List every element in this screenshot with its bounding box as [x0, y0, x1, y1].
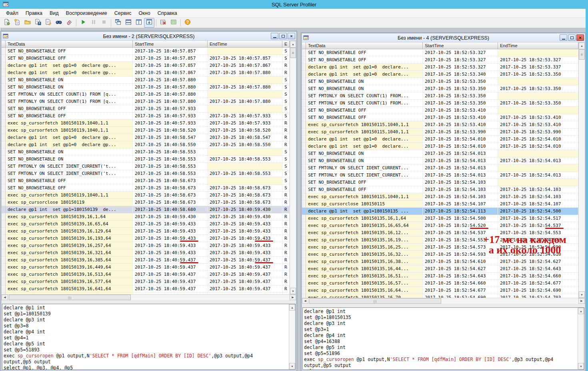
- properties-button[interactable]: [43, 18, 54, 28]
- trace-row[interactable]: SET NO_BROWSETABLE ON2017-10-25 18:52:54…: [302, 150, 578, 157]
- tile-vertical-button[interactable]: [134, 18, 144, 28]
- trace-row[interactable]: SET NO_BROWSETABLE OFF2017-10-25 18:52:5…: [302, 56, 578, 64]
- trace-row[interactable]: SET FMTONLY ON SELECT COUNT(1) FROM [q..…: [2, 91, 290, 98]
- maximize-button[interactable]: [279, 33, 287, 39]
- trace-row[interactable]: SET NO_BROWSETABLE OFF2017-10-25 18:40:5…: [2, 105, 290, 112]
- horizontal-scrollbar[interactable]: ◀ ||| ▶: [2, 294, 296, 300]
- tile-horizontal-button[interactable]: [123, 18, 134, 28]
- trace-row[interactable]: exec sp_cursorfetch 180150135,16,70...20…: [302, 294, 578, 298]
- trace-row[interactable]: SET NO_BROWSETABLE ON2017-10-25 18:40:58…: [2, 148, 290, 156]
- scroll-right-icon[interactable]: ▶: [290, 295, 296, 300]
- hscroll-thumb[interactable]: |||: [309, 298, 441, 304]
- vertical-scrollbar[interactable]: ▲ ≡ ▼: [290, 41, 296, 294]
- trace-row[interactable]: exec sp_cursorfetch 180150135,16,38...20…: [302, 258, 578, 265]
- sql-detail-pane[interactable]: declare @p1 intset @p1=180150135declare …: [302, 307, 584, 370]
- trace-row[interactable]: SET NO_BROWSETABLE OFF2017-10-25 18:40:5…: [2, 48, 290, 55]
- trace-row[interactable]: declare @p1 int set @p1=0 declare @p...2…: [2, 62, 290, 69]
- trace-row[interactable]: declare @p1 int set @p1=0 declare...2017…: [302, 143, 578, 150]
- scroll-thumb[interactable]: ≡: [290, 48, 296, 58]
- trace-row[interactable]: SET FMTONLY ON SELECT IDENT_CURRENT...20…: [302, 172, 578, 179]
- pane-splitter[interactable]: [2, 300, 296, 304]
- open-trace-button[interactable]: [22, 18, 33, 28]
- trace-row[interactable]: exec sp_cursorfetch 180150119,1040,1,120…: [2, 192, 290, 199]
- trace-row[interactable]: declare @p1 int set @p1=0 declare @p...2…: [2, 141, 290, 148]
- trace-row[interactable]: exec sp_cursorfetch 180150139,16,129,642…: [2, 228, 290, 235]
- pane-splitter[interactable]: [302, 304, 585, 307]
- trace-row[interactable]: exec sp_cursorfetch 180150139,16,577,642…: [2, 278, 290, 285]
- scroll-up-icon[interactable]: ▲: [290, 41, 296, 48]
- close-button[interactable]: ×: [288, 33, 295, 39]
- scroll-thumb[interactable]: ≡: [579, 49, 585, 60]
- scroll-up-icon[interactable]: ▲: [579, 42, 585, 49]
- trace-row[interactable]: SET NO_BROWSETABLE OFF2017-10-25 18:40:5…: [2, 55, 290, 62]
- help-button[interactable]: ?: [182, 18, 193, 28]
- trace-row[interactable]: SET NO_BROWSETABLE OFF2017-10-25 18:52:5…: [302, 179, 578, 186]
- scroll-left-icon[interactable]: ◀: [2, 295, 8, 300]
- trace-row[interactable]: declare @p1 int set @p1=0 declare...2017…: [302, 64, 578, 71]
- close-button[interactable]: ×: [576, 34, 584, 41]
- chart-grid-button[interactable]: [168, 18, 179, 28]
- trace-row[interactable]: SET FMTONLY ON SELECT COUNT(1) FROM...20…: [302, 100, 578, 107]
- menu-item-4[interactable]: Сервис: [111, 10, 135, 17]
- trace-row[interactable]: exec sp_cursorfetch 180150115,1040,1,120…: [302, 128, 578, 136]
- trace-row[interactable]: SET NO_BROWSETABLE OFF2017-10-25 18:52:5…: [302, 107, 578, 114]
- trace-row[interactable]: declare @p1 int set @p1=0 declare @p...2…: [2, 134, 290, 141]
- horizontal-scrollbar[interactable]: ◀ ||| ▶: [302, 298, 585, 304]
- trace-row[interactable]: SET FMTONLY ON SELECT COUNT(1) FROM [q..…: [2, 98, 290, 105]
- auto-scroll-button[interactable]: [144, 18, 154, 28]
- trace-row[interactable]: exec sp_cursorclose 1801501192017-10-25 …: [2, 199, 290, 206]
- new-file-button[interactable]: [12, 18, 22, 28]
- maximize-button[interactable]: [568, 34, 576, 41]
- trace-row[interactable]: exec sp_cursorfetch 180150139,16,449,642…: [2, 264, 290, 271]
- trace-row[interactable]: SET NO_BROWSETABLE ON2017-10-25 18:52:53…: [302, 85, 578, 92]
- scroll-down-icon[interactable]: ▼: [289, 363, 295, 369]
- scroll-down-icon[interactable]: ▼: [578, 363, 584, 369]
- trace-row[interactable]: exec sp_cursorfetch 180150135,16,57...20…: [302, 280, 578, 287]
- trace-row[interactable]: SET NO_BROWSETABLE ON2017-10-25 18:40:58…: [2, 156, 290, 163]
- trace-row[interactable]: SET NO_BROWSETABLE ON2017-10-25 18:40:57…: [2, 84, 290, 91]
- scroll-right-icon[interactable]: ▶: [578, 298, 585, 304]
- trace-row[interactable]: declare @p1 int set @p1=0 declare @p...2…: [2, 69, 290, 76]
- new-trace-button[interactable]: [2, 18, 12, 28]
- scroll-left-icon[interactable]: ◀: [302, 298, 308, 304]
- trace-row[interactable]: SET NO_BROWSETABLE OFF2017-10-25 18:40:5…: [2, 184, 290, 192]
- trace-row[interactable]: SET NO_BROWSETABLE ON2017-10-25 18:40:57…: [2, 76, 290, 84]
- trace-row[interactable]: SET NO_BROWSETABLE OFF2017-10-25 18:52:5…: [302, 186, 578, 193]
- trace-row[interactable]: exec sp_cursorfetch 180150139,16,193,642…: [2, 235, 290, 242]
- menu-item-3[interactable]: Воспроизведение: [62, 10, 111, 17]
- trace-row[interactable]: exec sp_cursorfetch 180150115,1040,1,120…: [302, 193, 578, 201]
- trace-row[interactable]: exec sp_cursorfetch 180150135,16,65,6420…: [302, 222, 578, 229]
- clear-grid-button[interactable]: [158, 18, 168, 28]
- trace-row[interactable]: exec sp_cursorfetch 180150139,16,385,642…: [2, 257, 290, 264]
- trace-row[interactable]: exec sp_cursorfetch 180150139,16,257,642…: [2, 242, 290, 249]
- detail-scrollbar[interactable]: ▲ ▼: [289, 304, 295, 369]
- save-trace-button[interactable]: [33, 18, 43, 28]
- trace-row[interactable]: exec sp_cursorfetch 180150119,1040,1,120…: [2, 127, 290, 134]
- scroll-down-icon[interactable]: ▼: [579, 291, 585, 298]
- trace-row[interactable]: exec sp_cursorfetch 180150135,16,64...20…: [302, 287, 578, 294]
- scroll-up-icon[interactable]: ▲: [578, 308, 584, 314]
- trace-row[interactable]: SET NO_BROWSETABLE ON2017-10-25 18:52:54…: [302, 157, 578, 164]
- vertical-scrollbar[interactable]: ▲ ≡ ▼: [578, 42, 585, 298]
- scroll-down-icon[interactable]: ▼: [290, 288, 296, 294]
- trace-window-2-titlebar[interactable]: Без имени - 2 (SERVER\SQLEXPRESS) ×: [2, 32, 296, 41]
- menu-item-6[interactable]: Справка: [154, 10, 181, 17]
- trace-window-4-titlebar[interactable]: Без имени - 4 (SERVER\SQLEXPRESS) ×: [302, 34, 585, 42]
- trace-row[interactable]: exec sp_cursorfetch 180150139,16,641,642…: [2, 285, 290, 293]
- trace-row[interactable]: exec sp_cursorfetch 180150139,16,705,642…: [2, 293, 290, 294]
- trace-row[interactable]: exec sp_cursorfetch 180150139,16,1,64201…: [2, 213, 290, 221]
- trace-row[interactable]: declare @p1 int set @p1=0 declare...2017…: [302, 136, 578, 143]
- trace-row[interactable]: exec sp_cursorfetch 180150135,16,51...20…: [302, 273, 578, 280]
- trace-row[interactable]: SET FMTONLY ON SELECT IDENT_CURRENT('t..…: [2, 163, 290, 170]
- minimize-button[interactable]: [560, 34, 567, 41]
- trace-row[interactable]: SET NO_BROWSETABLE OFF2017-10-25 18:52:5…: [302, 114, 578, 121]
- trace-row[interactable]: exec sp_cursorclose 1801501152017-10-25 …: [302, 201, 578, 208]
- trace-row[interactable]: SET NO_BROWSETABLE ON2017-10-25 18:52:53…: [302, 78, 578, 85]
- eraser-button[interactable]: [64, 18, 74, 28]
- trace-row[interactable]: SET NO_BROWSETABLE OFF2017-10-25 18:52:5…: [302, 49, 578, 56]
- trace-row[interactable]: exec sp_cursorfetch 180150139,16,321,642…: [2, 249, 290, 257]
- trace-row[interactable]: declare @p1 int set @p1=180150135 ...201…: [302, 208, 578, 215]
- menu-item-1[interactable]: Правка: [22, 10, 46, 17]
- trace-row[interactable]: SET NO_BROWSETABLE OFF2017-10-25 18:40:5…: [2, 177, 290, 184]
- hscroll-thumb[interactable]: |||: [9, 295, 131, 300]
